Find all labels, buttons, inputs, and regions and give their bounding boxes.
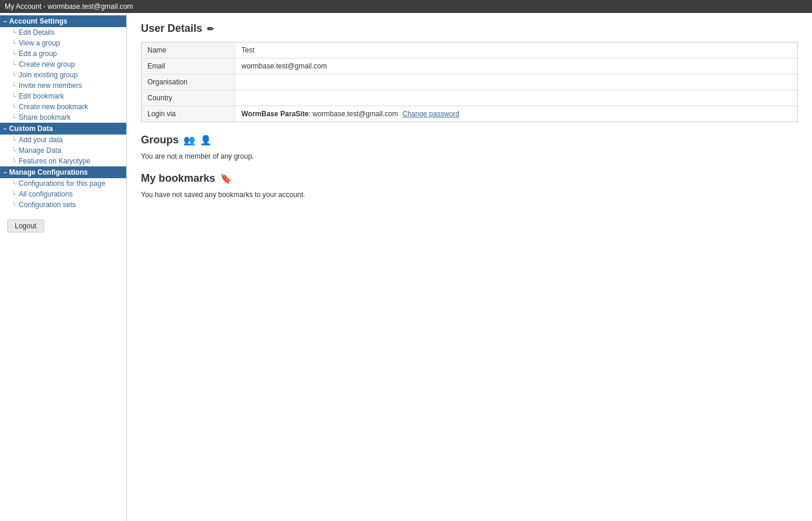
field-value-name: Test (236, 42, 798, 58)
dash-icon: └ (12, 201, 17, 208)
user-details-title: User Details ✏ (141, 22, 798, 35)
dash-icon: └ (12, 191, 17, 198)
sidebar-item-label: Features on Karyotype (19, 157, 90, 165)
sidebar-item-label: Join existing group (19, 71, 78, 79)
custom-data-toggle-icon: – (4, 126, 7, 132)
sidebar-item-share-bookmark[interactable]: └ Share bookmark (0, 112, 126, 123)
group-join-icon: 👤 (200, 135, 212, 146)
sidebar-item-label: Invite new members (19, 81, 82, 90)
dash-icon: └ (12, 93, 17, 100)
dash-icon: └ (12, 103, 17, 110)
sidebar-item-all-configurations[interactable]: └ All configurations (0, 189, 126, 199)
account-settings-items: └ Edit Details └ View a group └ Edit a g… (0, 27, 126, 123)
sidebar-item-invite-new-members[interactable]: └ Invite new members (0, 80, 126, 91)
title-bar: My Account - wormbase.test@gmail.com (0, 0, 812, 13)
change-password-link[interactable]: Change password (402, 110, 459, 118)
field-label-login-via: Login via (142, 106, 236, 122)
field-value-email: wormbase.test@gmail.com (236, 58, 798, 74)
bookmarks-empty-message: You have not saved any bookmarks to your… (141, 191, 798, 199)
sidebar-item-label: All configurations (19, 190, 73, 198)
table-row: Name Test (142, 42, 798, 58)
sidebar-section-custom-data[interactable]: – Custom Data (0, 123, 126, 135)
group-add-icon: 👥 (183, 135, 195, 146)
table-row: Email wormbase.test@gmail.com (142, 58, 798, 74)
sidebar: – Account Settings └ Edit Details └ View… (0, 13, 127, 521)
dash-icon: └ (12, 82, 17, 89)
field-label-organisation: Organisation (142, 74, 236, 90)
field-label-name: Name (142, 42, 236, 58)
sidebar-item-create-new-group[interactable]: └ Create new group (0, 59, 126, 70)
dash-icon: └ (12, 114, 17, 121)
dash-icon: └ (12, 40, 17, 47)
sidebar-item-label: View a group (19, 39, 60, 47)
sidebar-item-add-your-data[interactable]: └ Add your data (0, 135, 126, 145)
sidebar-item-label: Add your data (19, 136, 63, 144)
edit-pencil-icon[interactable]: ✏ (207, 24, 214, 34)
groups-heading: Groups (141, 134, 179, 146)
sidebar-item-label: Edit a group (19, 50, 57, 58)
title-bar-text: My Account - wormbase.test@gmail.com (5, 2, 133, 11)
dash-icon: └ (12, 71, 17, 78)
field-value-organisation (236, 74, 798, 90)
sidebar-item-configuration-sets[interactable]: └ Configuration sets (0, 199, 126, 210)
sidebar-item-view-group[interactable]: └ View a group (0, 38, 126, 48)
dash-icon: └ (12, 136, 17, 143)
table-row: Login via WormBase ParaSite: wormbase.te… (142, 106, 798, 122)
groups-title: Groups 👥 👤 (141, 134, 798, 146)
sidebar-section-manage-configurations[interactable]: – Manage Configurations (0, 166, 126, 178)
user-details-table: Name Test Email wormbase.test@gmail.com … (141, 42, 798, 122)
manage-configurations-toggle-icon: – (4, 169, 7, 176)
bookmarks-heading: My bookmarks (141, 172, 215, 185)
table-row: Organisation (142, 74, 798, 90)
sidebar-item-label: Edit bookmark (19, 92, 64, 100)
sidebar-item-label: Configurations for this page (19, 179, 106, 188)
account-settings-toggle-icon: – (4, 18, 7, 25)
sidebar-item-label: Manage Data (19, 146, 61, 155)
sidebar-item-label: Create new bookmark (19, 103, 88, 111)
main-content: User Details ✏ Name Test Email wormbase.… (127, 13, 812, 521)
bookmark-icon: 🔖 (220, 173, 232, 184)
field-label-email: Email (142, 58, 236, 74)
sidebar-item-join-existing-group[interactable]: └ Join existing group (0, 70, 126, 80)
dash-icon: └ (12, 158, 17, 165)
table-row: Country (142, 90, 798, 106)
login-email: : wormbase.test@gmail.com (308, 110, 398, 118)
bookmarks-title: My bookmarks 🔖 (141, 172, 798, 185)
dash-icon: └ (12, 50, 17, 57)
sidebar-section-account-settings[interactable]: – Account Settings (0, 15, 126, 27)
sidebar-item-label: Create new group (19, 60, 75, 68)
sidebar-item-label: Configuration sets (19, 201, 76, 209)
sidebar-item-label: Edit Details (19, 28, 55, 37)
custom-data-items: └ Add your data └ Manage Data └ Features… (0, 135, 126, 166)
groups-empty-message: You are not a member of any group. (141, 152, 798, 160)
dash-icon: └ (12, 29, 17, 36)
sidebar-item-features-on-karyotype[interactable]: └ Features on Karyotype (0, 156, 126, 166)
login-provider: WormBase ParaSite (242, 110, 309, 118)
manage-configurations-items: └ Configurations for this page └ All con… (0, 178, 126, 210)
account-settings-label: Account Settings (9, 17, 68, 25)
field-value-country (236, 90, 798, 106)
sidebar-item-edit-group[interactable]: └ Edit a group (0, 48, 126, 59)
user-details-heading: User Details (141, 22, 202, 35)
dash-icon: └ (12, 61, 17, 68)
dash-icon: └ (12, 147, 17, 154)
sidebar-item-create-new-bookmark[interactable]: └ Create new bookmark (0, 101, 126, 112)
sidebar-item-edit-bookmark[interactable]: └ Edit bookmark (0, 91, 126, 101)
field-value-login-via: WormBase ParaSite: wormbase.test@gmail.c… (236, 106, 798, 122)
sidebar-item-manage-data[interactable]: └ Manage Data (0, 145, 126, 156)
sidebar-item-label: Share bookmark (19, 113, 71, 122)
sidebar-item-configurations-for-this-page[interactable]: └ Configurations for this page (0, 178, 126, 189)
field-label-country: Country (142, 90, 236, 106)
custom-data-label: Custom Data (9, 124, 53, 133)
logout-button[interactable]: Logout (7, 219, 44, 232)
manage-configurations-label: Manage Configurations (9, 168, 88, 176)
sidebar-item-edit-details[interactable]: └ Edit Details (0, 27, 126, 38)
dash-icon: └ (12, 180, 17, 187)
